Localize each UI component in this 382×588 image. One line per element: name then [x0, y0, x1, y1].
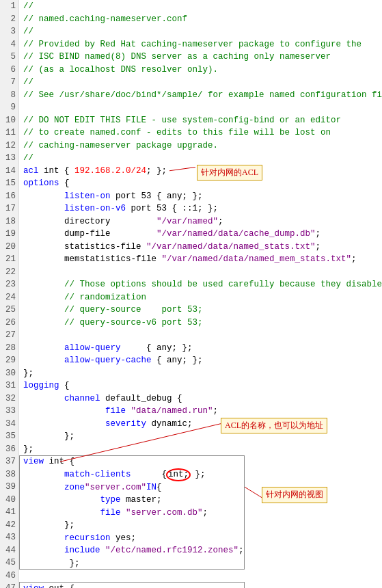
code-line-34: severity dynamic; [23, 418, 382, 431]
code-line-2: // named.caching-nameserver.conf [23, 13, 382, 26]
annotation-view-int: 针对内网的视图 [262, 487, 327, 503]
code-line-8: // See /usr/share/doc/bind*/sample/ for … [23, 89, 382, 102]
code-line-1: // [23, 0, 382, 13]
code-area: 针对内网的ACL ACL的名称，也可以为地址 针对内网的视图 针对外网的视图 /… [19, 0, 382, 588]
code-line-20: statistics-file "/var/named/data/named_s… [23, 241, 382, 254]
code-line-21: memstatistics-file "/var/named/data/name… [23, 253, 382, 266]
code-line-35: }; [23, 430, 382, 443]
code-line-6: // (as a localhost DNS resolver only). [23, 64, 382, 77]
code-line-12: // caching-nameserver package upgrade. [23, 139, 382, 152]
code-line-28: allow-query { any; }; [23, 342, 382, 355]
code-line-18: directory "/var/named"; [23, 215, 382, 228]
code-line-33: file "data/named.run"; [23, 405, 382, 418]
code-line-32: channel default_debug { [23, 392, 382, 405]
code-line-23: // Those options should be used carefull… [23, 278, 382, 291]
code-line-47: view out { [23, 583, 382, 589]
code-line-4: // Provided by Red Hat caching-nameserve… [23, 38, 382, 51]
code-line-29: allow-query-cache { any; }; [23, 354, 382, 367]
code-line-3: // [23, 25, 382, 38]
code-line-44: include "/etc/named.rfc1912.zones"; [23, 544, 382, 557]
code-line-40: type master; [23, 494, 382, 507]
code-line-36: }; [23, 443, 382, 456]
code-line-26: // query-source-v6 port 53; [23, 317, 382, 330]
code-line-9 [23, 101, 382, 114]
line-numbers: 1234567891011121314151617181920212223242… [0, 0, 19, 588]
code-line-19: dump-file "/var/named/data/cache_dump.db… [23, 228, 382, 241]
code-line-10: // DO NOT EDIT THIS FILE - use system-co… [23, 114, 382, 127]
code-line-24: // randomization [23, 291, 382, 304]
annotation-acl: 针对内网的ACL [197, 165, 262, 181]
code-line-38: match-clients {int; }; [23, 468, 382, 481]
code-line-13: // [23, 152, 382, 165]
code-line-27 [23, 329, 382, 342]
code-line-42: }; [23, 519, 382, 532]
code-line-41: file "server.com.db"; [23, 507, 382, 520]
code-line-7: // [23, 76, 382, 89]
annotation-acl-name: ACL的名称，也可以为地址 [221, 418, 327, 434]
code-line-5: // ISC BIND named(8) DNS server as a cac… [23, 51, 382, 64]
code-line-39: zone"server.com"IN{ [23, 481, 382, 494]
code-line-30: }; [23, 367, 382, 380]
code-line-17: listen-on-v6 port 53 { ::1; }; [23, 202, 382, 215]
code-line-31: logging { [23, 379, 382, 392]
code-container: 1234567891011121314151617181920212223242… [0, 0, 382, 588]
code-line-11: // to create named.conf - edits to this … [23, 126, 382, 139]
code-line-43: recursion yes; [23, 532, 382, 545]
code-line-46 [23, 570, 382, 583]
code-line-22 [23, 266, 382, 279]
code-line-25: // query-source port 53; [23, 304, 382, 317]
code-line-45: }; [23, 557, 382, 570]
code-line-37: view int { [23, 455, 382, 468]
code-line-16: listen-on port 53 { any; }; [23, 190, 382, 203]
